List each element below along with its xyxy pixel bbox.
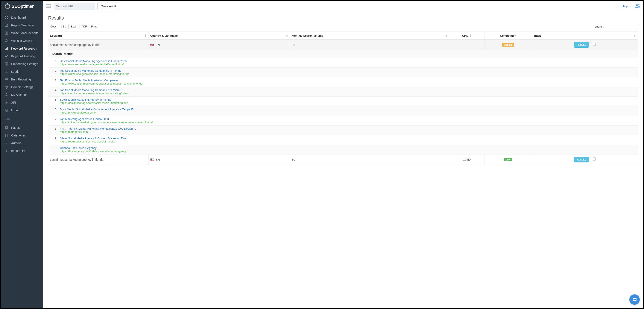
search-result-row: 8THAT Agency: Digital Marketing Florida … bbox=[48, 126, 638, 135]
pdf-export-button[interactable]: PDF bbox=[80, 24, 89, 29]
sidebar-item-embedding-settings[interactable]: Embedding Settings bbox=[1, 60, 43, 68]
sidebar-item-keyword-tracking[interactable]: Keyword Tracking bbox=[1, 52, 43, 60]
users-icon bbox=[635, 4, 640, 8]
sidebar-item-import-list[interactable]: Import List bbox=[1, 147, 43, 155]
sidebar-item-label: Dashboard bbox=[11, 16, 26, 19]
sidebar-item-dashboard[interactable]: Dashboard bbox=[1, 14, 43, 22]
sidebar-item-my-account[interactable]: My Account bbox=[1, 91, 43, 99]
result-url[interactable]: https://clutch.co/agencies/social-media-… bbox=[60, 92, 129, 95]
col-header-country[interactable]: Country & Language▲▼ bbox=[148, 32, 290, 40]
result-url[interactable]: https://thriveagency.com/orlando-social-… bbox=[60, 150, 127, 153]
sidebar-item-white-label-reports[interactable]: White Label Reports bbox=[1, 29, 43, 37]
col-header-keyword[interactable]: Keyword▲▼ bbox=[48, 32, 148, 40]
result-title-link[interactable]: Top Social Media Marketing Companies in … bbox=[60, 69, 129, 72]
flag-icon: 🇺🇸 bbox=[150, 158, 154, 161]
print-export-button[interactable]: Print bbox=[89, 24, 99, 29]
sidebar-item-keyword-research[interactable]: Keyword Research bbox=[1, 45, 43, 52]
sidebar-item-label: Report Templates bbox=[11, 24, 34, 27]
svg-rect-19 bbox=[46, 4, 51, 5]
brand-name: SEOptimer bbox=[12, 4, 34, 9]
user-menu[interactable] bbox=[635, 4, 640, 9]
keyword-cell: social media marketing agency in florida bbox=[48, 154, 148, 165]
result-title-link[interactable]: THAT Agency: Digital Marketing Florida (… bbox=[60, 127, 136, 130]
track-checkbox[interactable] bbox=[593, 43, 596, 46]
sidebar-item-categories[interactable]: Categories bbox=[1, 132, 43, 139]
sort-icon: ▲▼ bbox=[634, 34, 636, 37]
csv-export-button[interactable]: CSV bbox=[59, 24, 69, 29]
sidebar-item-website-crawls[interactable]: Website Crawls bbox=[1, 37, 43, 45]
nav-icon bbox=[5, 93, 8, 96]
results-table: Keyword▲▼ Country & Language▲▼ Monthly S… bbox=[48, 32, 638, 165]
sidebar-item-logout[interactable]: Logout bbox=[1, 106, 43, 114]
topbar: Quick Audit Help ▼ bbox=[43, 1, 643, 12]
search-input[interactable] bbox=[606, 24, 638, 30]
brand-logo[interactable]: SEOptimer bbox=[1, 1, 43, 12]
search-result-row: 4Top Social Media Marketing Companies in… bbox=[48, 87, 638, 96]
result-title-link[interactable]: Top Marketing Agencies in Florida 2023 bbox=[60, 118, 153, 120]
chat-widget[interactable] bbox=[630, 294, 640, 305]
svg-rect-8 bbox=[6, 48, 7, 50]
sort-icon: ▲▼ bbox=[286, 34, 288, 37]
copy-export-button[interactable]: Copy bbox=[48, 24, 59, 29]
sidebar-item-leads[interactable]: Leads bbox=[1, 68, 43, 76]
url-input[interactable] bbox=[54, 2, 95, 10]
result-index: 4 bbox=[52, 88, 56, 95]
svg-point-6 bbox=[5, 40, 7, 42]
result-title-link[interactable]: Miami Social Media Agency & Content Mark… bbox=[60, 137, 127, 140]
result-url[interactable]: https://clutch.co/agencies/social-media-… bbox=[60, 72, 129, 76]
excel-export-button[interactable]: Excel bbox=[69, 24, 80, 29]
result-url[interactable]: https://roarmedia.com/services/social-me… bbox=[60, 140, 127, 143]
nav-icon bbox=[5, 16, 8, 19]
col-header-track[interactable]: Track▲▼ bbox=[532, 32, 638, 40]
result-url[interactable]: https://www.semrush.com/agencies/list/sm… bbox=[60, 63, 127, 66]
sidebar-item-label: Categories bbox=[11, 134, 26, 137]
nav-icon bbox=[5, 24, 8, 27]
sidebar-item-label: My Account bbox=[11, 93, 26, 96]
sidebar-item-api[interactable]: API bbox=[1, 99, 43, 106]
search-label: Search: bbox=[594, 25, 604, 28]
sidebar-item-domain-settings[interactable]: Domain Settings bbox=[1, 83, 43, 91]
page-title: Results bbox=[48, 15, 638, 21]
svg-point-16 bbox=[6, 94, 7, 96]
result-title-link[interactable]: Best Social Media Marketing Agencies in … bbox=[60, 60, 127, 63]
sidebar-nav: DashboardReport TemplatesWhite Label Rep… bbox=[1, 12, 43, 114]
col-header-volume[interactable]: Monthly Search Volume▲▼ bbox=[290, 32, 449, 40]
col-header-cpc[interactable]: CPC▲▼ bbox=[449, 32, 484, 40]
result-index: 7 bbox=[52, 118, 56, 124]
results-button[interactable]: Results bbox=[574, 157, 589, 162]
nav-icon bbox=[5, 142, 8, 145]
sidebar-item-report-templates[interactable]: Report Templates bbox=[1, 22, 43, 29]
result-index: 3 bbox=[52, 79, 56, 85]
svg-rect-2 bbox=[7, 16, 8, 18]
result-url[interactable]: https://brickmediagroup.com/ bbox=[60, 111, 134, 114]
result-index: 2 bbox=[52, 69, 56, 76]
svg-rect-10 bbox=[5, 63, 8, 65]
result-title-link[interactable]: Top Florida Social Media Marketing Compa… bbox=[60, 79, 142, 82]
col-header-competition[interactable]: Competition bbox=[484, 32, 532, 40]
result-url[interactable]: https://thatagency.com/ bbox=[60, 130, 136, 134]
search-result-row: 6Brick Media: Social Media Management Ag… bbox=[48, 106, 638, 116]
nav-icon bbox=[5, 126, 8, 130]
sidebar-item-pages[interactable]: Pages bbox=[1, 124, 43, 132]
hamburger-toggle[interactable] bbox=[46, 3, 52, 9]
nav-icon bbox=[5, 31, 8, 35]
result-title-link[interactable]: Orlando Social Media Agency bbox=[60, 146, 127, 150]
result-title-link[interactable]: Social Media Marketing Agency In Florida bbox=[60, 98, 128, 101]
results-button[interactable]: Results bbox=[574, 42, 589, 48]
spinner-icon bbox=[5, 4, 10, 9]
sidebar-item-authors[interactable]: Authors bbox=[1, 139, 43, 147]
result-url[interactable]: https://designscottage.com/social-media-… bbox=[60, 101, 128, 104]
sidebar-item-label: Website Crawls bbox=[11, 39, 32, 42]
help-dropdown[interactable]: Help ▼ bbox=[622, 4, 631, 8]
sidebar-item-label: Pages bbox=[11, 126, 20, 130]
result-url[interactable]: https://www.designrush.com/agency/social… bbox=[60, 82, 142, 85]
track-checkbox[interactable] bbox=[593, 158, 596, 160]
sidebar-item-bulk-reporting[interactable]: Bulk Reporting bbox=[1, 76, 43, 83]
result-title-link[interactable]: Brick Media: Social Media Management Age… bbox=[60, 108, 134, 111]
result-url[interactable]: https://influencermarketinghub.com/agenc… bbox=[60, 120, 153, 124]
keyword-row: social media marketing agency in florida… bbox=[48, 154, 638, 165]
result-index: 9 bbox=[52, 137, 56, 143]
search-result-row: 1Best Social Media Marketing Agencies in… bbox=[48, 58, 638, 68]
quick-audit-button[interactable]: Quick Audit bbox=[98, 2, 119, 10]
result-title-link[interactable]: Top Social Media Marketing Companies in … bbox=[60, 88, 129, 92]
